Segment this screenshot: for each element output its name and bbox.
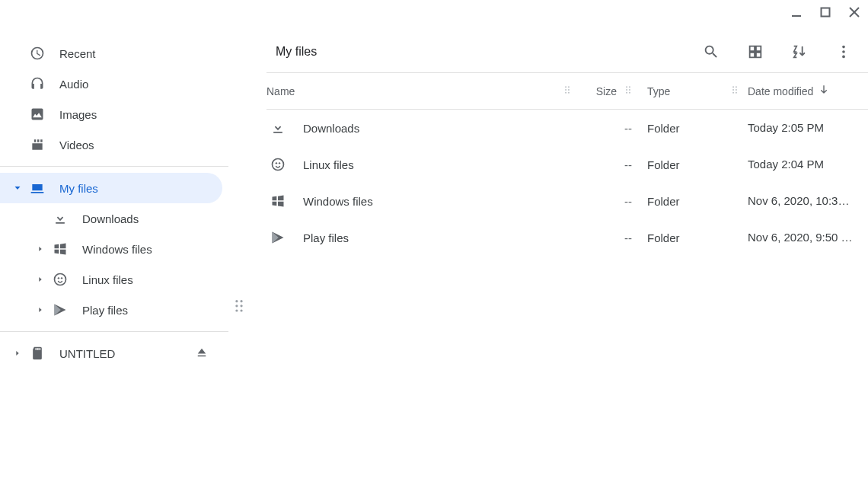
download-icon [52, 210, 69, 227]
download-icon [270, 120, 286, 136]
sidebar-item-linux-files[interactable]: Linux files [0, 264, 222, 295]
sort-descending-icon [818, 84, 830, 98]
cell-type: Folder [632, 231, 739, 244]
column-header-type[interactable]: Type [632, 85, 739, 97]
window-controls [789, 5, 862, 20]
windows-icon [52, 241, 69, 257]
column-header-date[interactable]: Date modified [739, 84, 868, 98]
sidebar-item-label: Images [59, 108, 97, 121]
sidebar-item-label: Audio [59, 78, 88, 91]
cell-type: Folder [632, 122, 739, 135]
chevron-right-icon[interactable] [34, 276, 47, 283]
film-icon [29, 136, 46, 153]
sidebar-item-images[interactable]: Images [0, 99, 222, 129]
column-resize-handle[interactable] [624, 85, 632, 97]
toolbar: My files [266, 30, 868, 73]
sidebar-item-label: My files [59, 182, 98, 195]
sidebar-item-label: Downloads [82, 212, 139, 225]
cell-date: Nov 6, 2020, 9:50 … [739, 219, 868, 256]
sidebar-item-label: Videos [59, 139, 94, 152]
chevron-right-icon[interactable] [11, 349, 24, 357]
headphones-icon [29, 75, 46, 92]
chevron-down-icon[interactable] [11, 183, 24, 193]
table-body: Downloads -- Folder Today 2:05 PM Linux … [266, 110, 868, 256]
maximize-button[interactable] [818, 5, 833, 20]
table-header: Name Size Type Date modified [266, 73, 868, 110]
cell-size: -- [571, 195, 632, 208]
clock-icon [29, 45, 46, 62]
file-table: Name Size Type Date modified [228, 73, 868, 256]
play-icon [270, 229, 286, 246]
chevron-right-icon[interactable] [34, 245, 47, 253]
sidebar-item-downloads[interactable]: Downloads [0, 203, 222, 234]
table-row[interactable]: Downloads -- Folder Today 2:05 PM [266, 110, 868, 146]
chevron-right-icon[interactable] [34, 306, 47, 314]
more-options-button[interactable] [833, 41, 854, 62]
view-grid-button[interactable] [745, 41, 766, 62]
cell-type: Folder [632, 158, 739, 171]
cell-date: Nov 6, 2020, 10:3… [739, 183, 868, 219]
column-resize-handle[interactable] [731, 85, 739, 97]
column-header-size[interactable]: Size [571, 85, 632, 97]
cell-name: Play files [303, 231, 349, 244]
sidebar-item-label: Windows files [82, 243, 152, 256]
column-header-name[interactable]: Name [266, 85, 571, 97]
sidebar: Recent Audio Images Videos My files Down… [0, 30, 228, 488]
cell-date: Today 2:04 PM [739, 146, 868, 183]
sidebar-item-label: Recent [59, 47, 96, 60]
page-title: My files [276, 45, 317, 59]
sidebar-item-label: UNTITLED [59, 347, 115, 360]
cell-size: -- [571, 158, 632, 171]
close-button[interactable] [847, 5, 862, 20]
sd-card-icon [29, 345, 46, 362]
cell-size: -- [571, 122, 632, 135]
divider [0, 166, 228, 167]
cell-date: Today 2:05 PM [739, 110, 868, 146]
column-label: Type [647, 85, 670, 97]
minimize-button[interactable] [789, 5, 804, 20]
search-button[interactable] [700, 41, 722, 62]
main-panel: My files Name Size Type [228, 30, 868, 488]
column-label: Name [266, 85, 295, 97]
sidebar-item-my-files[interactable]: My files [0, 173, 222, 203]
laptop-icon [29, 180, 46, 196]
column-label: Size [596, 85, 617, 97]
column-label: Date modified [748, 85, 813, 97]
eject-button[interactable] [195, 346, 209, 362]
cell-name: Linux files [303, 158, 354, 171]
sort-options-button[interactable] [789, 41, 810, 62]
cell-name: Windows files [303, 195, 373, 208]
sidebar-item-windows-files[interactable]: Windows files [0, 234, 222, 264]
linux-icon [52, 271, 69, 288]
sidebar-item-label: Play files [82, 304, 128, 317]
cell-type: Folder [632, 195, 739, 208]
image-icon [29, 106, 46, 123]
sidebar-item-videos[interactable]: Videos [0, 129, 222, 160]
table-row[interactable]: Linux files -- Folder Today 2:04 PM [266, 146, 868, 183]
table-row[interactable]: Windows files -- Folder Nov 6, 2020, 10:… [266, 183, 868, 219]
sidebar-item-audio[interactable]: Audio [0, 69, 222, 99]
svg-rect-15 [822, 8, 830, 17]
column-resize-handle[interactable] [563, 85, 571, 97]
play-icon [52, 301, 69, 318]
cell-size: -- [571, 231, 632, 244]
sidebar-resize-handle[interactable] [233, 298, 245, 311]
sidebar-item-recent[interactable]: Recent [0, 38, 222, 69]
divider [0, 331, 228, 332]
table-row[interactable]: Play files -- Folder Nov 6, 2020, 9:50 … [266, 219, 868, 256]
sidebar-item-label: Linux files [82, 273, 133, 286]
cell-name: Downloads [303, 122, 359, 135]
sidebar-item-play-files[interactable]: Play files [0, 295, 222, 325]
sidebar-item-untitled[interactable]: UNTITLED [0, 338, 222, 368]
windows-icon [270, 193, 286, 209]
linux-icon [270, 156, 286, 173]
